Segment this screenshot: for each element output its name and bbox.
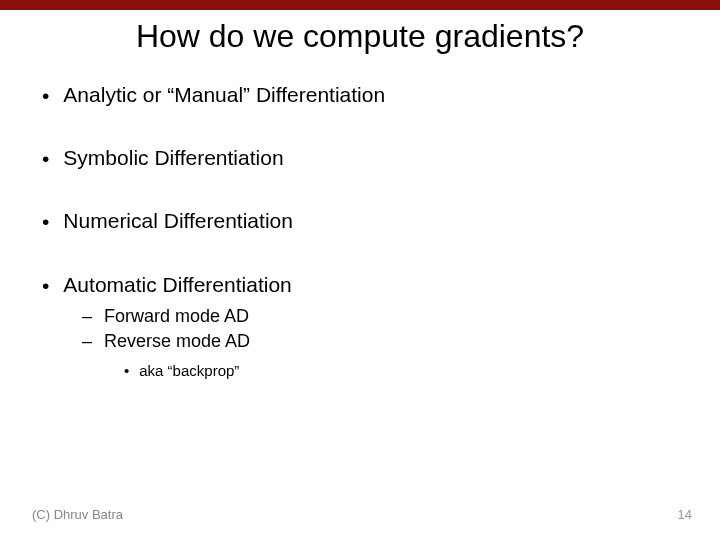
bullet-item: • Analytic or “Manual” Differentiation xyxy=(42,83,720,108)
subsub-bullet-text: aka “backprop” xyxy=(139,362,239,379)
sub-bullet-text: Reverse mode AD xyxy=(104,331,250,352)
slide-content: • Analytic or “Manual” Differentiation •… xyxy=(42,83,720,379)
bullet-text: Analytic or “Manual” Differentiation xyxy=(63,83,385,107)
bullet-item: • Symbolic Differentiation xyxy=(42,146,720,171)
dash-icon: – xyxy=(82,331,92,352)
bullet-dot-icon: • xyxy=(42,209,49,234)
bullet-item: • Numerical Differentiation xyxy=(42,209,720,234)
subsub-bullet-item: • aka “backprop” xyxy=(124,362,720,379)
slide-title: How do we compute gradients? xyxy=(0,18,720,55)
dash-icon: – xyxy=(82,306,92,327)
bullet-text: Numerical Differentiation xyxy=(63,209,293,233)
bullet-dot-icon: • xyxy=(124,362,129,379)
slide-number: 14 xyxy=(678,507,692,522)
footer-copyright: (C) Dhruv Batra xyxy=(32,507,123,522)
top-accent-bar xyxy=(0,0,720,10)
bullet-dot-icon: • xyxy=(42,273,49,298)
bullet-dot-icon: • xyxy=(42,146,49,171)
sub-bullet-item: – Reverse mode AD xyxy=(82,331,720,352)
sub-bullet-text: Forward mode AD xyxy=(104,306,249,327)
bullet-dot-icon: • xyxy=(42,83,49,108)
bullet-text: Automatic Differentiation xyxy=(63,273,291,297)
bullet-item: • Automatic Differentiation xyxy=(42,273,720,298)
bullet-text: Symbolic Differentiation xyxy=(63,146,283,170)
slide: How do we compute gradients? • Analytic … xyxy=(0,0,720,540)
sub-bullet-item: – Forward mode AD xyxy=(82,306,720,327)
